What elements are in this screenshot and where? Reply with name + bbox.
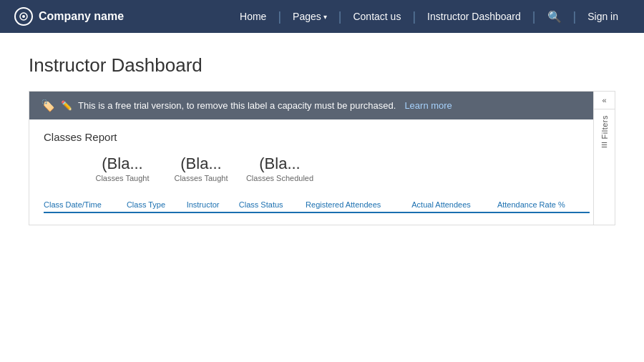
nav-item-signin[interactable]: Sign in xyxy=(576,11,630,22)
navbar: Company name Home | Pages ▾ | Contact us… xyxy=(0,0,644,33)
stat-item-2: (Bla... Classes Scheduled xyxy=(244,155,316,183)
nav-item-contact[interactable]: Contact us xyxy=(341,11,412,22)
page-title: Instructor Dashboard xyxy=(29,54,615,77)
stat-label-2: Classes Scheduled xyxy=(244,173,316,183)
nav-link-home[interactable]: Home xyxy=(228,11,278,22)
col-header-date[interactable]: Class Date/Time xyxy=(44,197,122,212)
nav-item-home[interactable]: Home xyxy=(228,11,278,22)
brand-icon xyxy=(14,7,33,26)
filter-icon: ☰ xyxy=(600,141,608,149)
col-header-instructor[interactable]: Instructor xyxy=(182,197,235,212)
report-table: Class Date/Time Class Type Instructor Cl… xyxy=(44,197,590,213)
nav-item-pages[interactable]: Pages ▾ xyxy=(281,11,338,22)
nav-link-pages[interactable]: Pages ▾ xyxy=(281,11,338,22)
main-content: Instructor Dashboard 🏷️ ✏️ This is a fre… xyxy=(0,33,644,362)
search-icon[interactable]: 🔍 xyxy=(536,10,573,24)
stat-value-0: (Bla... xyxy=(87,155,158,173)
trial-message: This is a free trial version, to remove … xyxy=(78,100,396,111)
filters-toggle[interactable]: ☰ Filters xyxy=(600,115,609,149)
table-header-row: Class Date/Time Class Type Instructor Cl… xyxy=(44,197,590,212)
col-header-actual[interactable]: Actual Attendees xyxy=(407,197,493,212)
main-nav: Home | Pages ▾ | Contact us | Instructor… xyxy=(228,10,630,24)
warning-icon: 🏷️ xyxy=(41,99,55,112)
dashboard-container: 🏷️ ✏️ This is a free trial version, to r… xyxy=(29,91,615,225)
collapse-icon: « xyxy=(602,96,606,104)
stat-item-1: (Bla... Classes Taught xyxy=(165,155,237,183)
learn-more-link[interactable]: Learn more xyxy=(404,100,452,111)
stat-item-0: (Bla... Classes Taught xyxy=(87,155,158,183)
col-header-type[interactable]: Class Type xyxy=(122,197,182,212)
nav-link-contact[interactable]: Contact us xyxy=(341,11,412,22)
stat-value-2: (Bla... xyxy=(244,155,316,173)
report-title: Classes Report xyxy=(44,131,590,143)
filters-panel: « ☰ Filters xyxy=(593,92,615,225)
stat-label-1: Classes Taught xyxy=(165,173,237,183)
stats-row: (Bla... Classes Taught (Bla... Classes T… xyxy=(44,155,590,183)
nav-item-search[interactable]: 🔍 xyxy=(536,10,573,24)
nav-item-instructor-dashboard[interactable]: Instructor Dashboard xyxy=(416,11,532,22)
filters-label-text: Filters xyxy=(600,115,609,139)
nav-link-signin[interactable]: Sign in xyxy=(576,11,630,22)
trial-banner: 🏷️ ✏️ This is a free trial version, to r… xyxy=(29,92,615,119)
report-area: Classes Report (Bla... Classes Taught (B… xyxy=(29,119,615,225)
col-header-status[interactable]: Class Status xyxy=(235,197,301,212)
col-header-attendance[interactable]: Attendance Rate % xyxy=(493,197,590,212)
chevron-down-icon: ▾ xyxy=(323,13,327,21)
svg-point-1 xyxy=(22,15,25,18)
stat-label-0: Classes Taught xyxy=(87,173,158,183)
pencil-icon: ✏️ xyxy=(61,100,72,111)
stat-value-1: (Bla... xyxy=(165,155,237,173)
col-header-registered[interactable]: Registered Attendees xyxy=(301,197,407,212)
filters-collapse-button[interactable]: « xyxy=(594,92,615,109)
nav-link-instructor-dashboard[interactable]: Instructor Dashboard xyxy=(416,11,532,22)
brand[interactable]: Company name xyxy=(14,7,124,26)
brand-name: Company name xyxy=(39,10,124,23)
